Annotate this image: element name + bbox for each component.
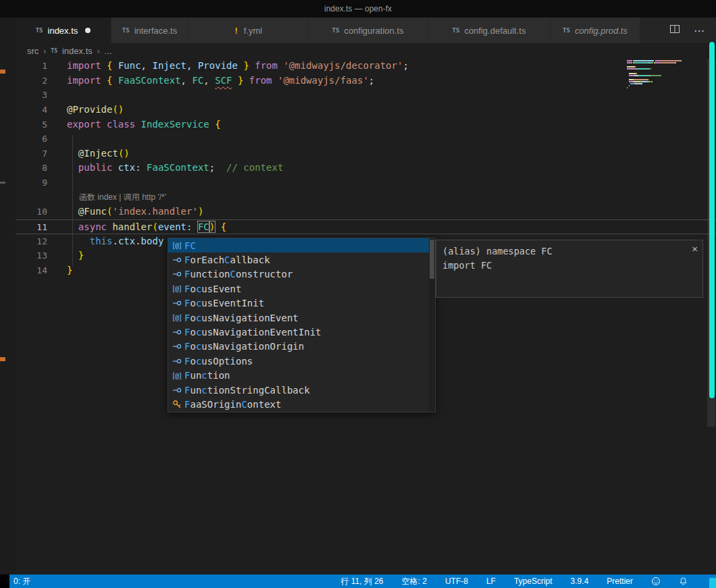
tab-label: interface.ts: [134, 26, 178, 36]
suggest-widget: [@]FCForEachCallbackFunctionConstructor[…: [168, 238, 436, 412]
suggestion-label: FocusEvent: [184, 284, 241, 294]
language-mode[interactable]: TypeScript: [514, 577, 553, 586]
chevron-right-icon: ›: [97, 47, 100, 56]
code-line-9: 9: [16, 176, 716, 190]
codelens-text: 函数 index | 调用 http '/*': [47, 190, 166, 205]
suggestion-label: FunctionConstructor: [184, 269, 292, 279]
line-number: 3: [16, 88, 47, 103]
suggestion-label: FC: [184, 240, 196, 251]
eol-setting[interactable]: LF: [486, 577, 496, 586]
minimap-line: [627, 70, 692, 72]
suggestion-FunctionConstructor[interactable]: FunctionConstructor: [168, 267, 435, 282]
tab-label: config.default.ts: [464, 26, 526, 36]
tab-config.prod.ts[interactable]: TSconfig.prod.ts: [551, 18, 640, 43]
symbol-interface-icon: [@]: [170, 285, 183, 292]
tab-config.default.ts[interactable]: TSconfig.default.ts: [428, 18, 551, 43]
more-actions-icon[interactable]: ⋯: [694, 24, 705, 37]
code-text: import { FaaSContext, FC, SCF } from '@m…: [47, 74, 374, 88]
ts-icon: TS: [563, 27, 570, 34]
suggestion-label: ForEachCallback: [184, 255, 270, 265]
code-text: @Provide(): [47, 103, 124, 117]
minimap-line: [627, 83, 692, 84]
minimap-line: [627, 85, 692, 86]
code-text: this.ctx.body: [47, 234, 163, 249]
suggestion-FocusEvent[interactable]: [@]FocusEvent: [168, 282, 435, 296]
breadcrumb-symbol[interactable]: ...: [105, 46, 112, 56]
minimap-line: [627, 68, 692, 70]
line-number: 9: [16, 176, 47, 190]
tab-label: config.prod.ts: [575, 26, 628, 36]
minimap-line: [627, 73, 692, 74]
line-number: 5: [16, 117, 47, 132]
code-line-6: 6: [16, 132, 716, 146]
ts-icon: TS: [122, 27, 130, 34]
ts-icon: TS: [51, 48, 57, 54]
tab-configuration.ts[interactable]: TSconfiguration.ts: [308, 18, 428, 43]
notifications-bell-icon[interactable]: [679, 577, 688, 586]
suggest-scrollbar-thumb[interactable]: [430, 240, 434, 279]
code-line-7: 7 @Inject(): [16, 146, 716, 161]
minimap-line: [627, 87, 692, 88]
suggestion-FocusEventInit[interactable]: FocusEventInit: [168, 296, 435, 311]
breadcrumb[interactable]: src › TS index.ts › ...: [16, 43, 716, 59]
ts-icon: TS: [453, 27, 460, 34]
statusbar-left-text[interactable]: 0: 开: [14, 576, 30, 587]
breadcrumb-file[interactable]: index.ts: [62, 46, 93, 56]
symbol-alias-icon: [170, 385, 183, 395]
ts-version[interactable]: 3.9.4: [571, 577, 589, 586]
suggestion-ForEachCallback[interactable]: ForEachCallback: [168, 252, 435, 267]
vscode-window: index.ts — open-fx TSindex.tsTSinterface…: [0, 0, 716, 588]
minimap-line: [627, 66, 692, 68]
tab-index.ts[interactable]: TSindex.ts: [16, 18, 111, 43]
suggestion-Function[interactable]: [@]Function: [168, 369, 435, 383]
suggestion-label: FocusNavigationEventInit: [184, 327, 322, 338]
code-text: public ctx: FaaSContext; // context: [47, 161, 283, 176]
symbol-alias-icon: [170, 298, 183, 308]
indentation-setting[interactable]: 空格: 2: [402, 576, 427, 587]
ts-icon: TS: [332, 27, 339, 34]
suggestion-label: Function: [184, 370, 230, 381]
code-text: @Inject(): [47, 146, 130, 161]
code-text: [47, 176, 67, 190]
modified-dot-icon[interactable]: [85, 28, 91, 33]
cursor-position[interactable]: 行 11, 列 26: [340, 576, 383, 587]
tab-f.yml[interactable]: !f.yml: [188, 18, 308, 43]
split-editor-icon[interactable]: [669, 24, 680, 37]
suggestion-FocusNavigationEvent[interactable]: [@]FocusNavigationEvent: [168, 311, 435, 325]
tab-label: index.ts: [48, 26, 78, 36]
suggestion-label: FaaSOriginContext: [184, 399, 281, 410]
breadcrumb-folder[interactable]: src: [27, 46, 39, 56]
line-number: 2: [16, 74, 47, 88]
minimap-line: [627, 62, 692, 63]
code-editor[interactable]: 1import { Func, Inject, Provide } from '…: [16, 59, 716, 574]
close-icon[interactable]: ×: [692, 242, 698, 256]
minimap-line: [627, 75, 692, 76]
file-encoding[interactable]: UTF-8: [445, 577, 468, 586]
line-number: 7: [16, 146, 47, 161]
line-number: 4: [16, 103, 47, 117]
suggestion-FC[interactable]: [@]FC: [168, 238, 435, 252]
suggestion-FaaSOriginContext[interactable]: FaaSOriginContext: [168, 397, 435, 411]
doc-line-2: import FC: [442, 259, 696, 273]
tab-bar: TSindex.tsTSinterface.ts!f.ymlTSconfigur…: [16, 18, 716, 43]
yaml-warning-icon: !: [234, 26, 239, 36]
gutter-decoration-dim: [0, 182, 5, 184]
code-text: import { Func, Inject, Provide } from '@…: [47, 59, 409, 74]
ts-icon: TS: [36, 27, 43, 34]
suggest-doc-panel: (alias) namespace FC import FC ×: [436, 240, 703, 298]
suggestion-FunctionStringCallback[interactable]: FunctionStringCallback: [168, 383, 435, 397]
suggestion-FocusOptions[interactable]: FocusOptions: [168, 354, 435, 368]
gutter-decoration-orange: [0, 357, 5, 361]
tab-interface.ts[interactable]: TSinterface.ts: [111, 18, 188, 43]
minimap[interactable]: [627, 60, 692, 89]
suggestion-label: FocusNavigationOrigin: [184, 341, 304, 352]
feedback-smiley-icon[interactable]: [651, 577, 661, 586]
suggestion-FocusNavigationEventInit[interactable]: FocusNavigationEventInit: [168, 325, 435, 339]
formatter-status[interactable]: Prettier: [607, 577, 633, 586]
code-line-11: 11 async handler(event: FC) {: [16, 219, 716, 234]
suggest-scrollbar[interactable]: [429, 238, 435, 412]
code-line-10: 10 @Func('index.handler'): [16, 205, 716, 219]
suggestion-FocusNavigationOrigin[interactable]: FocusNavigationOrigin: [168, 340, 435, 354]
code-line-8: 8 public ctx: FaaSContext; // context: [16, 161, 716, 176]
tab-bar-tabs: TSindex.tsTSinterface.ts!f.ymlTSconfigur…: [16, 18, 640, 43]
